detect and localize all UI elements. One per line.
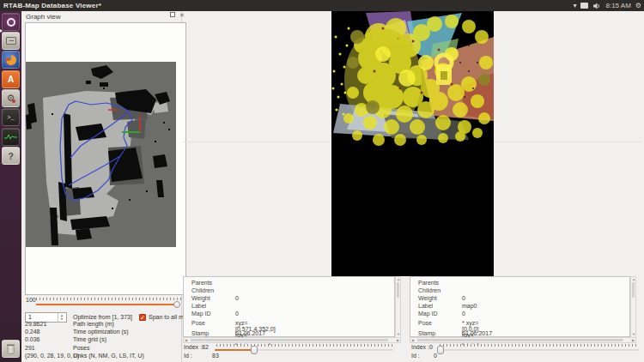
field-value: 0 <box>235 311 239 317</box>
field-label: Parents <box>418 280 454 286</box>
field-label: Children <box>191 287 228 293</box>
scroll-down-icon: ▼ <box>397 333 400 336</box>
stat-label: Path length (m) <box>73 321 114 329</box>
field-label: Parents <box>191 280 228 286</box>
field-label: Label <box>191 303 228 309</box>
zoom-slider-ticks <box>36 298 182 300</box>
field-value: map0 <box>462 303 477 309</box>
node-info-panel-b: Parents Children Weight0 Labelmap0 Map I… <box>410 276 630 337</box>
index-slider-ticks <box>440 344 639 347</box>
field-label: Weight <box>191 295 228 301</box>
field-label: Label <box>418 303 454 309</box>
field-value: 0 <box>462 295 465 301</box>
id-value-a[interactable]: 83 <box>212 353 219 359</box>
index-slider-fill-a <box>215 349 253 351</box>
stat-value: 291 <box>25 345 35 353</box>
system-settings-icon[interactable]: ⚙ <box>2 89 20 107</box>
scroll-left-icon: ◀ <box>185 339 187 342</box>
occupancy-grid-map[interactable] <box>26 62 176 247</box>
scroll-up-icon: ▲ <box>632 278 635 281</box>
field-label: Pose <box>191 320 228 326</box>
scrollbar-horizontal[interactable]: ◀ ▶ <box>410 337 636 343</box>
field-label: Children <box>418 287 454 293</box>
scrollbar-horizontal[interactable]: ◀ ▶ <box>183 337 401 343</box>
window-title: RTAB-Map Database Viewer* <box>3 2 101 9</box>
id-value-b[interactable]: 0 <box>434 353 437 359</box>
field-value: 0 <box>235 295 239 301</box>
scrollbar-thumb[interactable] <box>417 339 623 341</box>
launcher: A ⚙ >_ ? <box>0 11 21 362</box>
terminal-icon[interactable]: >_ <box>2 108 20 126</box>
ubuntu-logo-icon <box>7 18 15 27</box>
scrollbar-vertical[interactable]: ▲ ▼ <box>395 276 401 338</box>
stat-value: 0.036 <box>25 336 40 344</box>
scrollbar-thumb[interactable] <box>397 282 399 298</box>
zoom-slider-handle[interactable] <box>173 301 180 308</box>
stat-value: 0.248 <box>25 329 40 336</box>
scroll-right-icon: ▶ <box>397 339 399 342</box>
zoom-value: 100 <box>26 297 36 305</box>
keyboard-indicator-icon[interactable] <box>580 3 588 9</box>
field-label: Weight <box>418 295 454 301</box>
index-slider-ticks <box>216 344 393 347</box>
spinbox-arrows-icon[interactable]: ▲▼ <box>58 313 65 322</box>
stat-label: Time optimization (s) <box>73 329 129 336</box>
session-gear-icon[interactable]: ⚙ <box>635 0 641 11</box>
field-value: 0 <box>462 311 465 317</box>
stat-label: Time grid (s) <box>73 336 106 344</box>
chevron-down-icon[interactable]: ▾ <box>573 0 576 11</box>
span-maps-checkbox[interactable]: ✓ <box>139 314 146 321</box>
field-label: Pose <box>418 320 454 326</box>
system-tray: ▾ 8:15 AM ⚙ <box>573 0 641 11</box>
graph-view-title: Graph view <box>26 13 60 21</box>
clock[interactable]: 8:15 AM <box>605 2 630 9</box>
field-label: Stamp <box>418 330 454 336</box>
id-label-a: Id : <box>184 353 192 359</box>
dock-float-icon[interactable] <box>170 12 177 19</box>
scrollbar-vertical[interactable]: ▲ ▼ <box>630 276 636 338</box>
index-slider-handle-a[interactable] <box>251 346 258 354</box>
scroll-up-icon: ▲ <box>397 278 400 281</box>
stat-label: Links (N, NM, G, LS, IT, U) <box>73 353 144 360</box>
node-info-panel-a: Parents Children Weight0 Label Map ID0 P… <box>183 276 395 337</box>
index-slider-track-b[interactable] <box>438 349 639 351</box>
point-cloud-viewport[interactable] <box>331 11 494 276</box>
volume-icon[interactable] <box>592 2 601 10</box>
index-slider-handle-b[interactable] <box>437 346 444 354</box>
scroll-right-icon: ▶ <box>632 339 635 342</box>
id-label-b: Id : <box>411 353 420 359</box>
stat-label: Poses <box>73 345 89 353</box>
scrollbar-thumb[interactable] <box>191 339 388 341</box>
scrollbar-thumb[interactable] <box>632 282 635 298</box>
point-cloud-render <box>331 11 494 276</box>
dash-home-icon[interactable] <box>2 13 20 31</box>
system-monitor-icon[interactable] <box>2 128 20 146</box>
index-label-b: Index :0 <box>411 344 433 350</box>
stat-value: 29.8621 <box>25 321 46 329</box>
zoom-slider-track[interactable] <box>36 304 180 305</box>
scroll-down-icon: ▼ <box>632 333 635 336</box>
dock-close-icon[interactable]: ✕ <box>179 12 185 19</box>
trash-icon[interactable] <box>2 340 20 358</box>
index-label-a: Index :82 <box>184 344 209 350</box>
firefox-icon[interactable] <box>2 51 20 69</box>
scroll-left-icon: ◀ <box>411 339 414 342</box>
desktop: RTAB-Map Database Viewer* ▾ 8:15 AM ⚙ A … <box>0 0 644 362</box>
check-icon: ✓ <box>140 315 145 321</box>
help-icon[interactable]: ? <box>2 147 20 165</box>
ubuntu-software-icon[interactable]: A <box>2 70 20 88</box>
stat-value: (290, 0, 28, 19, 0, 0) <box>25 353 79 360</box>
field-label: Map ID <box>418 311 454 317</box>
field-label: Stamp <box>191 330 228 336</box>
field-label: Map ID <box>191 311 228 317</box>
menubar: RTAB-Map Database Viewer* ▾ 8:15 AM ⚙ <box>0 0 644 11</box>
files-icon[interactable] <box>2 32 20 50</box>
